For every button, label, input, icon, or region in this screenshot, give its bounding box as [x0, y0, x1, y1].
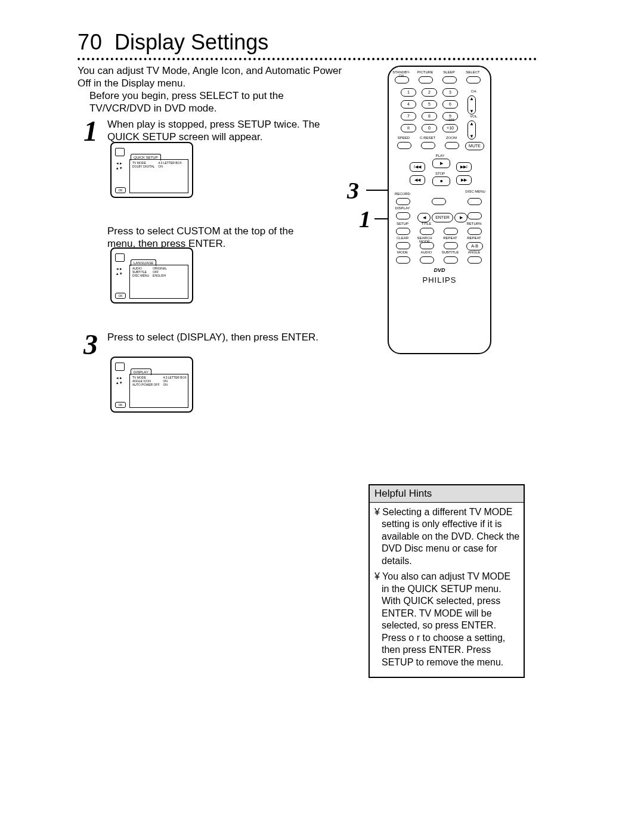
label-ch: CH. [465, 89, 483, 93]
step-2-text: Press to select CUSTOM at the top of the… [107, 225, 322, 250]
tv-icon [115, 363, 125, 371]
callout-3: 3 [347, 176, 359, 205]
label-display: DISPLAY [394, 206, 411, 210]
label-clear: CLEAR [394, 236, 411, 240]
callout-1: 1 [359, 205, 371, 233]
select-button[interactable] [466, 76, 481, 83]
standby-button[interactable] [395, 76, 409, 83]
vol-rocker[interactable]: ▲▼ [467, 120, 476, 140]
discmenu-button[interactable] [467, 198, 482, 205]
left-button[interactable]: ◀ [417, 213, 431, 222]
stop-button[interactable]: ■ [432, 176, 450, 186]
prev-button[interactable]: I◀◀ [410, 162, 425, 172]
angle-button[interactable] [467, 256, 482, 264]
label-subtitle: SUBTITLE [441, 250, 459, 254]
setup-button[interactable] [396, 228, 410, 235]
mode-button[interactable] [396, 256, 410, 264]
label-return: RETURN [465, 222, 483, 225]
ok-icon: OK [115, 402, 126, 408]
play-button[interactable]: ▶ [432, 159, 450, 168]
sleep-button[interactable] [442, 76, 457, 83]
tv-icon [115, 253, 125, 262]
num-pause[interactable]: II [401, 124, 416, 132]
num-plus10[interactable]: +10 [442, 124, 458, 132]
brand-label: PHILIPS [389, 275, 490, 284]
osd-panel: TV MODE4:3 LETTER BOX ANGLE ICONON AUTO … [129, 374, 188, 408]
right-button[interactable]: ▶ [454, 213, 467, 222]
search-button[interactable] [420, 242, 434, 249]
transport-cluster: I◀◀ ▶ PLAY ▶▶I ◀◀ ■ STOP ▶▶ [410, 162, 469, 197]
label-audio: AUDIO [417, 250, 435, 254]
num-0[interactable]: 0 [422, 124, 437, 132]
zoom-button[interactable] [445, 142, 459, 149]
osd-panel: AUDIOORIGINAL SUBTITLEOFF DISC MENUENGLI… [129, 265, 188, 299]
return-extra-button[interactable] [467, 212, 482, 219]
label-plus100: +100 [441, 118, 459, 122]
ok-icon: OK [115, 187, 126, 193]
picture-button[interactable] [419, 76, 433, 83]
num-8[interactable]: 8 [422, 112, 437, 120]
tv-icon [115, 148, 125, 156]
label-select: SELECT [464, 70, 482, 74]
label-record: RECORD [394, 192, 411, 196]
manual-page: 70 Display Settings You can adjust TV Mo… [0, 0, 644, 833]
num-7[interactable]: 7 [401, 112, 416, 120]
return-button[interactable] [467, 228, 482, 235]
num-5[interactable]: 5 [422, 100, 437, 109]
step-1-text: When play is stopped, press SETUP twice.… [107, 118, 334, 144]
page-heading: Display Settings [114, 30, 268, 54]
label-sleep: SLEEP [440, 70, 458, 74]
up-button[interactable] [432, 198, 446, 205]
num-4[interactable]: 4 [401, 100, 416, 109]
label-repeat2: REPEAT [465, 236, 483, 240]
num-2[interactable]: 2 [422, 88, 437, 97]
enter-button[interactable]: ENTER [432, 213, 453, 222]
label-vol: VOL. [465, 114, 483, 118]
subtitle-button[interactable] [444, 256, 458, 264]
divider-dots [78, 55, 537, 60]
ab-button[interactable]: A-B [466, 242, 483, 250]
osd-quick-setup: OK QUICK SETUP TV MODE4:3 LETTER BOX DOL… [110, 142, 193, 198]
label-repeat: REPEAT [441, 236, 459, 240]
page-title: 70 Display Settings [78, 30, 268, 55]
helpful-hints-body: ¥ Selecting a different TV MODE setting … [370, 503, 524, 677]
nav-arrows-icon [114, 161, 126, 179]
helpful-hints-title: Helpful Hints [370, 484, 524, 503]
intro-text: You can adjust TV Mode, Angle Icon, and … [78, 64, 352, 90]
rewind-button[interactable]: ◀◀ [410, 175, 425, 185]
num-3[interactable]: 3 [442, 88, 458, 97]
page-number: 70 [78, 30, 103, 54]
nav-arrows-icon [114, 376, 126, 394]
repeat-button[interactable] [444, 242, 458, 249]
step-3-text: Press to select (DISPLAY), then press EN… [107, 331, 322, 343]
step-number-1: 1 [83, 114, 98, 147]
hint-item: ¥ Selecting a different TV MODE setting … [374, 506, 520, 567]
label-angle: ANGLE [465, 250, 483, 254]
down-button[interactable] [444, 228, 458, 235]
ff-button[interactable]: ▶▶ [456, 175, 472, 185]
title-button[interactable] [420, 228, 434, 235]
mute-button[interactable]: MUTE [465, 142, 484, 150]
label-picture: PICTURE [416, 70, 434, 74]
label-title: TITLE [417, 222, 435, 225]
remote-control-figure: STANDBY-ON PICTURE SLEEP SELECT 1 2 3 4 … [370, 66, 489, 376]
label-setup: SETUP [394, 222, 411, 225]
speed-button[interactable] [397, 142, 411, 149]
ch-rocker[interactable]: ▲▼ [467, 95, 476, 114]
label-play: PLAY [431, 154, 449, 157]
nav-arrows-icon [114, 267, 126, 284]
hint-item: ¥ You also can adjust TV MODE in the QUI… [374, 571, 520, 668]
num-1[interactable]: 1 [401, 88, 416, 97]
num-6[interactable]: 6 [442, 100, 458, 109]
record-button[interactable] [396, 198, 410, 205]
label-creset: C-RESET [419, 136, 436, 140]
dvd-logo: DVD [389, 267, 490, 273]
remote-body: STANDBY-ON PICTURE SLEEP SELECT 1 2 3 4 … [388, 66, 491, 354]
label-mode: MODE [394, 250, 411, 254]
audio-button[interactable] [420, 256, 434, 264]
clear-button[interactable] [396, 242, 410, 249]
next-button[interactable]: ▶▶I [456, 162, 472, 172]
creset-button[interactable] [421, 142, 435, 149]
osd-panel: TV MODE4:3 LETTER BOX DOLBY DIGITALON [129, 159, 188, 193]
label-stop: STOP [431, 172, 449, 175]
